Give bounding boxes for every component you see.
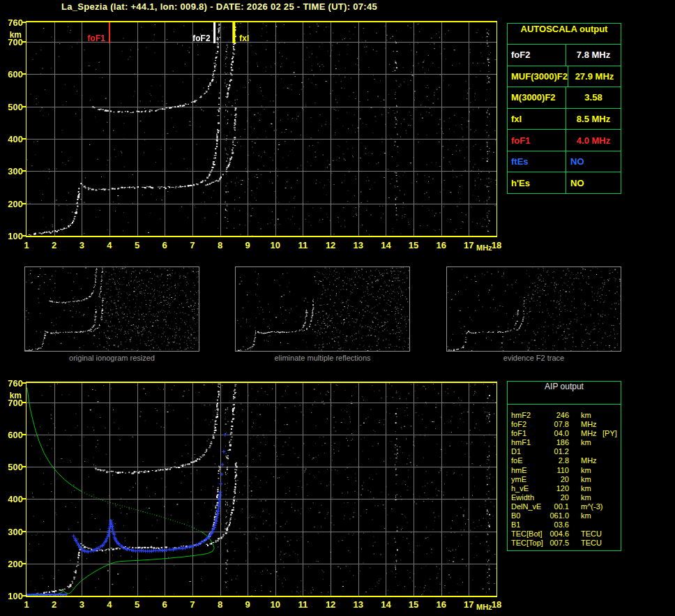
param-label: MUF(3000)F2 xyxy=(508,66,568,87)
aip-extra: [PY] xyxy=(602,429,617,438)
thumbnail-evidence-canvas xyxy=(447,267,621,351)
param-value: 3.58 xyxy=(566,87,621,108)
x-axis-label: 10 xyxy=(266,240,285,250)
aip-row-hmF1: hmF1186km xyxy=(511,438,621,447)
aip-row-hmE: hmE110km xyxy=(511,466,621,475)
x-axis-label: 6 xyxy=(156,599,174,610)
aip-row-B0: B0061.0km xyxy=(511,511,621,520)
y-axis-tick xyxy=(22,402,26,403)
y-axis-label: 500 xyxy=(0,462,23,472)
x-axis-label: 11 xyxy=(294,599,312,610)
x-axis-label: 8 xyxy=(211,240,229,250)
aip-unit: TECU xyxy=(581,529,602,539)
aip-value: 20 xyxy=(545,475,569,484)
aip-name: hmE xyxy=(511,466,545,475)
aip-name: foF2 xyxy=(511,420,545,429)
aip-unit: km xyxy=(581,493,602,502)
y-axis-label: 600 xyxy=(0,69,23,80)
y-axis-tick xyxy=(22,41,26,43)
x-axis-label: 3 xyxy=(73,599,91,610)
y-axis-label: 500 xyxy=(0,102,23,112)
aip-row-ymE: ymE20km xyxy=(511,475,621,484)
x-axis-label: 15 xyxy=(404,599,423,610)
aip-name: B0 xyxy=(511,511,545,520)
x-axis-label: 11 xyxy=(294,240,312,250)
main-ionogram-plot: foF1foF2fxI xyxy=(26,21,497,237)
x-axis-label: 7 xyxy=(183,599,202,610)
aip-name: TEC[Bot] xyxy=(511,529,545,539)
param-value: NO xyxy=(566,151,621,172)
aip-value: 04.0 xyxy=(545,429,569,438)
aip-name: foF1 xyxy=(511,429,545,438)
y-axis-label: 300 xyxy=(0,166,23,176)
y-axis-unit: km xyxy=(0,391,22,400)
aip-unit: km xyxy=(581,484,602,493)
profile-ionogram-plot xyxy=(26,382,497,597)
y-axis-label: 760 xyxy=(0,17,23,28)
aip-value: 246 xyxy=(545,411,569,420)
aip-name: ymE xyxy=(511,475,545,484)
y-axis-label: 760 xyxy=(0,378,23,389)
aip-value: 186 xyxy=(545,438,569,447)
marker-label-foF1: foF1 xyxy=(88,33,105,43)
param-label: M(3000)F2 xyxy=(508,87,566,108)
aip-unit: km xyxy=(581,438,602,447)
thumbnail-caption-original: original ionogram resized xyxy=(24,354,199,362)
x-axis-label: 13 xyxy=(349,240,367,250)
y-axis-label: 400 xyxy=(0,494,23,504)
aip-row-TEC[Top]: TEC[Top]007.5TECU xyxy=(511,539,621,548)
param-value: 27.9 MHz xyxy=(568,66,621,87)
aip-value: 007.5 xyxy=(545,539,569,548)
aip-value: 061.0 xyxy=(545,511,569,520)
aip-name: foE xyxy=(511,456,545,465)
station-title: La_Spezia (lat: +44.1, lon: 009.8) - DAT… xyxy=(61,1,377,12)
y-axis-unit: km xyxy=(0,30,22,40)
y-axis-tick xyxy=(22,73,26,75)
param-value: 8.5 MHz xyxy=(566,109,621,130)
aip-unit: m^(-3) xyxy=(581,502,602,511)
y-axis-tick xyxy=(22,595,26,596)
thumbnail-caption-evidence: evidence F2 trace xyxy=(446,354,621,362)
param-label: ftEs xyxy=(508,151,566,172)
aip-unit xyxy=(581,520,602,529)
aip-value: 110 xyxy=(545,466,569,475)
x-axis-label: 1 xyxy=(17,240,36,250)
aip-unit: MHz xyxy=(581,420,602,429)
autoscala-row-MUF(3000)F2: MUF(3000)F227.9 MHz xyxy=(508,66,621,88)
aip-row-foE: foE2.8MHz xyxy=(511,456,621,465)
autoscala-row-fxI: fxI8.5 MHz xyxy=(508,109,621,130)
aip-name: h_vE xyxy=(511,484,545,493)
thumbnail-original-canvas xyxy=(25,267,199,351)
thumbnail-eliminate-canvas xyxy=(236,267,409,351)
aip-table: hmF2246kmfoF207.8MHzfoF104.0MHz[PY]hmF11… xyxy=(508,405,621,548)
autoscala-row-M(3000)F2: M(3000)F23.58 xyxy=(508,87,621,109)
y-axis-tick xyxy=(22,466,26,467)
x-axis-label: 10 xyxy=(266,599,285,610)
y-axis-tick xyxy=(22,563,26,564)
x-axis-label: 14 xyxy=(377,599,395,610)
x-axis-label: 2 xyxy=(45,240,63,250)
aip-row-TEC[Bot]: TEC[Bot]004.6TECU xyxy=(511,529,621,539)
x-axis-label: 2 xyxy=(45,599,63,610)
x-axis-label: 3 xyxy=(73,240,91,250)
x-axis-unit: MHz xyxy=(476,603,492,611)
param-value: NO xyxy=(566,172,621,193)
y-axis-tick xyxy=(22,531,26,532)
x-axis-unit: MHz xyxy=(476,243,492,252)
x-axis-label: 8 xyxy=(211,599,229,610)
thumbnail-evidence-f2 xyxy=(446,266,621,352)
aip-row-D1: D101.2 xyxy=(511,447,621,456)
aip-unit: TECU xyxy=(581,539,602,548)
x-axis-label: 17 xyxy=(460,240,478,250)
aip-value: 01.2 xyxy=(545,447,569,456)
y-axis-tick xyxy=(22,106,26,107)
x-axis-label: 9 xyxy=(238,599,257,610)
aip-unit: km xyxy=(581,466,602,475)
aip-unit: km xyxy=(581,411,602,420)
aip-output-panel: AIP output hmF2246kmfoF207.8MHzfoF104.0M… xyxy=(507,381,621,551)
aip-name: Ewidth xyxy=(511,493,545,502)
y-axis-label: 600 xyxy=(0,430,23,440)
x-axis-label: 15 xyxy=(404,240,423,250)
param-label: foF2 xyxy=(508,45,566,66)
thumbnail-original-ionogram xyxy=(24,266,199,352)
